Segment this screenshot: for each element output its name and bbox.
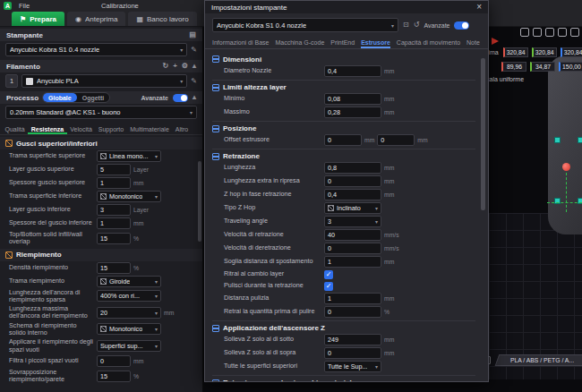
transform-value[interactable]: 150,00	[559, 62, 582, 72]
edit-printer-icon[interactable]: ✎	[191, 47, 197, 54]
param-input[interactable]: 0,4	[324, 189, 381, 200]
param-select[interactable]: Linea mono...▾	[97, 150, 161, 162]
param-input[interactable]: 0	[97, 355, 131, 367]
advanced-toggle[interactable]	[173, 94, 188, 102]
transform-value[interactable]: 89,96	[501, 62, 526, 72]
isometric-view-icon[interactable]	[520, 28, 529, 37]
param-select[interactable]: Monotonico▾	[97, 323, 161, 335]
filament-index[interactable]: 1	[5, 74, 18, 88]
dialog-tab[interactable]: Note	[466, 39, 480, 48]
param-unit: mm	[384, 165, 394, 171]
printer-preset-select[interactable]: Anycubic Kobra S1 0.4 nozzle ▾	[212, 18, 398, 32]
transform-value[interactable]: 320,84	[561, 47, 582, 57]
sync-icon[interactable]: ↻	[162, 63, 168, 70]
transform-value[interactable]: 320,84	[532, 47, 557, 57]
param-input[interactable]: 1	[324, 293, 381, 304]
sidebar-tab[interactable]: Qualità	[2, 126, 28, 134]
param-input[interactable]: 0,4	[324, 65, 381, 77]
seam-point[interactable]	[562, 163, 570, 171]
filament-settings-icon[interactable]: ⚙	[182, 63, 188, 70]
param-select[interactable]: Superfici sup...▾	[97, 340, 161, 352]
collapse-icon[interactable]: ▴	[193, 94, 196, 101]
sidebar-tab[interactable]: Resistenza	[28, 126, 67, 134]
dialog-tab[interactable]: Estrusore	[361, 39, 390, 48]
chevron-down-icon: ▾	[190, 109, 193, 115]
param-select[interactable]: 400% con ri...▾	[97, 290, 161, 302]
scope-objects[interactable]: Oggetti	[77, 93, 110, 102]
sidebar-tab[interactable]: Altro	[172, 126, 191, 134]
param-input[interactable]: 0	[324, 347, 381, 359]
param-input[interactable]: 15	[97, 233, 131, 244]
param-input[interactable]: 1	[97, 177, 131, 189]
transform-value[interactable]: 34,87	[530, 62, 555, 72]
process-profile-select[interactable]: 0.20mm Standard @AC KS1 - buono ▾	[5, 106, 197, 119]
menu-calibration[interactable]: Calibrazione	[101, 2, 139, 10]
tab-prepare[interactable]: ⚑ Prepara	[12, 12, 64, 26]
param-input[interactable]: 0	[324, 243, 381, 254]
sidebar-tab[interactable]: Multimateriale	[127, 126, 173, 134]
param-input[interactable]: 0	[377, 134, 415, 146]
camera-icon[interactable]	[558, 28, 567, 37]
printer-icon[interactable]: ▤	[189, 31, 196, 38]
param-input[interactable]: 0	[324, 134, 362, 146]
model-object[interactable]	[548, 55, 582, 234]
printer-row: Anycubic Kobra S1 0.4 nozzle ▾ ✎	[0, 41, 202, 58]
add-filament-icon[interactable]: +	[173, 63, 177, 70]
tab-preview[interactable]: ◉ Anteprima	[67, 12, 125, 26]
param-unit: mm	[384, 337, 394, 343]
param-select[interactable]: Tutte le Sup...▾	[324, 361, 381, 372]
checkbox-checked[interactable]: ✓	[324, 282, 333, 291]
param-input[interactable]: 15	[97, 371, 131, 382]
material-tab[interactable]: PLA / ABS / PETG / A...	[495, 354, 582, 366]
dialog-tab[interactable]: Informazioni di Base	[212, 39, 269, 48]
param-input[interactable]: 1	[324, 256, 381, 268]
param-input[interactable]: 1	[97, 217, 131, 229]
reset-icon[interactable]: ↺	[414, 21, 420, 29]
param-input[interactable]: 5	[97, 164, 131, 175]
dialog-tab[interactable]: Capacità di movimento	[397, 39, 460, 48]
param-label: Filtra i piccoli spazi vuoti	[9, 357, 97, 364]
transform-value[interactable]: 320,84	[503, 47, 528, 57]
printer-select[interactable]: Anycubic Kobra S1 0.4 nozzle ▾	[5, 43, 187, 56]
collapse-icon[interactable]: ▴	[193, 63, 196, 70]
param-select[interactable]: Inclinato▾	[324, 202, 381, 214]
param-row: Soglia distanza di spostamento1mm	[212, 255, 475, 268]
scope-global[interactable]: Globale	[43, 93, 77, 102]
dialog-tab[interactable]: PrintEnd	[330, 39, 355, 48]
scale-handle[interactable]	[578, 137, 582, 143]
param-select[interactable]: Giroide▾	[97, 276, 161, 287]
sidebar-tab[interactable]: Velocità	[67, 126, 96, 134]
param-input[interactable]: 0	[324, 175, 381, 187]
param-input[interactable]: 40	[324, 229, 381, 241]
filament-select[interactable]: Anycubic PLA ▾	[21, 74, 187, 88]
process-scope-toggle[interactable]: Globale Oggetti	[42, 92, 110, 103]
tab-workbench[interactable]: ▦ Banco lavoro	[128, 12, 196, 26]
param-input[interactable]: 0,8	[324, 162, 381, 174]
checkbox-checked[interactable]: ✓	[324, 270, 333, 279]
param-input[interactable]: 0,28	[324, 107, 381, 118]
param-unit: mm	[133, 358, 143, 364]
param-input[interactable]: 0,08	[324, 93, 381, 105]
front-view-icon[interactable]	[533, 28, 542, 37]
menu-file[interactable]: File	[19, 2, 30, 10]
top-view-icon[interactable]	[545, 28, 554, 37]
param-input[interactable]: 0	[324, 306, 381, 318]
close-icon[interactable]: ×	[476, 3, 482, 12]
scale-handle[interactable]	[554, 137, 561, 143]
sidebar-tab[interactable]: Supporto	[95, 126, 126, 134]
edit-filament-icon[interactable]: ✎	[191, 78, 197, 85]
dialog-scrollbar[interactable]	[481, 58, 485, 210]
dialog-tab[interactable]: Macchina G-code	[275, 39, 324, 48]
save-icon[interactable]: ⊡	[403, 21, 409, 29]
fullscreen-icon[interactable]	[570, 28, 579, 37]
param-row: Ritrai al cambio layer✓	[212, 268, 475, 280]
param-select[interactable]: 20▾	[97, 307, 161, 319]
sidebar-scrollbar[interactable]	[198, 161, 201, 242]
param-select[interactable]: 3▾	[324, 216, 381, 227]
param-input[interactable]: 249	[324, 334, 381, 345]
param-select[interactable]: Monotonico▾	[97, 191, 161, 202]
advanced-toggle[interactable]	[454, 21, 469, 30]
param-row: Lunghezza dell'ancora di riempimento spa…	[0, 288, 202, 305]
param-input[interactable]: 15	[97, 262, 131, 274]
param-input[interactable]: 3	[97, 204, 131, 216]
